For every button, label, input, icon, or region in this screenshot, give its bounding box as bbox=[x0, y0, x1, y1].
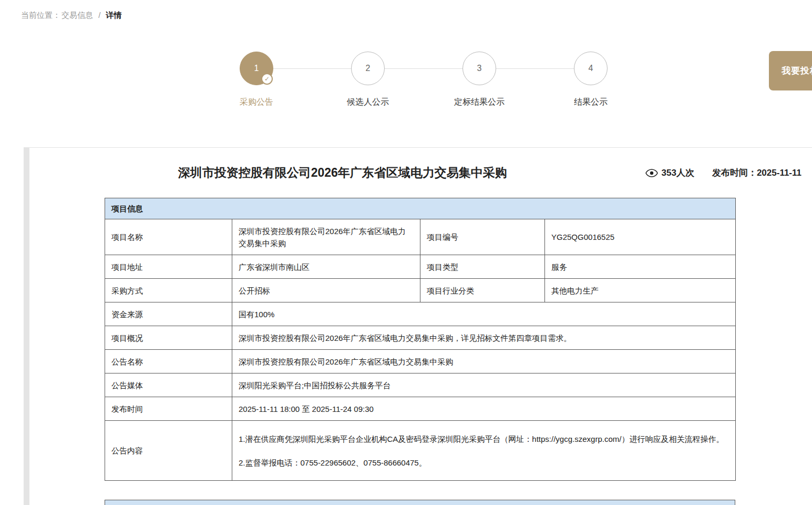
announcement-content-paragraph-1: 1.潜在供应商凭深圳阳光采购平台企业机构CA及密码登录深圳阳光采购平台（网址：h… bbox=[239, 433, 729, 445]
step-2-circle: 2 bbox=[351, 52, 385, 85]
cell-value-project-name: 深圳市投资控股有限公司2026年广东省区域电力交易集中采购 bbox=[232, 219, 420, 255]
cell-label-project-overview: 项目概况 bbox=[105, 326, 232, 350]
cell-label-funding-source: 资金来源 bbox=[105, 302, 232, 326]
step-1-circle: 1 ✓ bbox=[240, 52, 273, 85]
breadcrumb-item-detail: 详情 bbox=[106, 11, 122, 19]
cell-label-project-type: 项目类型 bbox=[420, 255, 545, 279]
cell-value-procurement-method: 公开招标 bbox=[232, 279, 420, 302]
eye-icon bbox=[645, 169, 658, 177]
step-4-number: 4 bbox=[589, 64, 593, 73]
announcement-card: 深圳市投资控股有限公司2026年广东省区域电力交易集中采购 353人次 发布时间… bbox=[24, 147, 812, 505]
step-candidate-publicity: 2 候选人公示 bbox=[312, 52, 424, 108]
cell-value-project-overview: 深圳市投资控股有限公司2026年广东省区域电力交易集中采购，详见招标文件第四章项… bbox=[232, 326, 736, 350]
cell-value-industry-category: 其他电力生产 bbox=[545, 279, 736, 302]
publish-time-date: 2025-11-11 bbox=[757, 168, 801, 178]
announcement-header: 深圳市投资控股有限公司2026年广东省区域电力交易集中采购 353人次 发布时间… bbox=[24, 148, 812, 198]
breadcrumb: 当前位置：交易信息 / 详情 bbox=[21, 11, 122, 21]
step-1-check-icon: ✓ bbox=[261, 73, 273, 85]
step-2-number: 2 bbox=[366, 64, 371, 73]
table-row: 公告媒体 深圳阳光采购平台;中国招投标公共服务平台 bbox=[105, 373, 736, 397]
step-4-label: 结果公示 bbox=[574, 97, 608, 108]
cell-value-announcement-content: 1.潜在供应商凭深圳阳光采购平台企业机构CA及密码登录深圳阳光采购平台（网址：h… bbox=[232, 421, 736, 481]
table-section-title: 项目信息 bbox=[105, 198, 736, 219]
announcement-title: 深圳市投资控股有限公司2026年广东省区域电力交易集中采购 bbox=[40, 165, 645, 181]
step-3-circle: 3 bbox=[462, 52, 496, 85]
step-procurement-announcement: 1 ✓ 采购公告 bbox=[201, 52, 312, 108]
table-row: 采购方式 公开招标 项目行业分类 其他电力生产 bbox=[105, 279, 736, 302]
table-row: 项目地址 广东省深圳市南山区 项目类型 服务 bbox=[105, 255, 736, 279]
cell-value-publish-period: 2025-11-11 18:00 至 2025-11-24 09:30 bbox=[232, 397, 736, 421]
project-info-table: 项目信息 项目名称 深圳市投资控股有限公司2026年广东省区域电力交易集中采购 … bbox=[105, 198, 736, 481]
next-section-header-partial bbox=[105, 500, 735, 505]
cell-value-project-number: YG25QG0016525 bbox=[545, 219, 736, 255]
step-1-number: 1 bbox=[254, 64, 259, 73]
announcement-content-paragraph-2: 2.监督举报电话：0755-22965602、0755-86660475。 bbox=[239, 457, 729, 469]
step-4-circle: 4 bbox=[574, 52, 608, 85]
step-award-result-publicity: 3 定标结果公示 bbox=[424, 52, 535, 108]
table-row: 公告名称 深圳市投资控股有限公司2026年广东省区域电力交易集中采购 bbox=[105, 350, 736, 373]
breadcrumb-separator: / bbox=[98, 11, 100, 19]
view-count: 353人次 bbox=[645, 167, 694, 179]
table-row: 发布时间 2025-11-11 18:00 至 2025-11-24 09:30 bbox=[105, 397, 736, 421]
step-1-label: 采购公告 bbox=[240, 97, 273, 108]
table-row: 项目名称 深圳市投资控股有限公司2026年广东省区域电力交易集中采购 项目编号 … bbox=[105, 219, 736, 255]
cell-label-project-name: 项目名称 bbox=[105, 219, 232, 255]
table-section-header: 项目信息 bbox=[105, 198, 736, 219]
cell-label-announcement-media: 公告媒体 bbox=[105, 373, 232, 397]
step-2-label: 候选人公示 bbox=[347, 97, 389, 108]
cell-value-project-address: 广东省深圳市南山区 bbox=[232, 255, 420, 279]
breadcrumb-prefix: 当前位置： bbox=[21, 11, 60, 19]
cell-label-publish-period: 发布时间 bbox=[105, 397, 232, 421]
table-row: 资金来源 国有100% bbox=[105, 302, 736, 326]
process-stepper: 1 ✓ 采购公告 2 候选人公示 3 定标结果公示 4 结果公示 bbox=[201, 52, 646, 108]
publish-time-label: 发布时间： bbox=[712, 168, 757, 178]
cell-value-project-type: 服务 bbox=[545, 255, 736, 279]
bid-button[interactable]: 我要投标 bbox=[769, 51, 812, 90]
cell-label-project-address: 项目地址 bbox=[105, 255, 232, 279]
table-row: 项目概况 深圳市投资控股有限公司2026年广东省区域电力交易集中采购，详见招标文… bbox=[105, 326, 736, 350]
cell-label-announcement-content: 公告内容 bbox=[105, 421, 232, 481]
step-3-label: 定标结果公示 bbox=[454, 97, 505, 108]
step-3-number: 3 bbox=[477, 64, 482, 73]
cell-value-announcement-media: 深圳阳光采购平台;中国招投标公共服务平台 bbox=[232, 373, 736, 397]
cell-value-funding-source: 国有100% bbox=[232, 302, 736, 326]
card-left-strip bbox=[24, 148, 29, 505]
publish-time: 发布时间：2025-11-11 bbox=[712, 167, 801, 179]
table-row: 公告内容 1.潜在供应商凭深圳阳光采购平台企业机构CA及密码登录深圳阳光采购平台… bbox=[105, 421, 736, 481]
cell-label-announcement-name: 公告名称 bbox=[105, 350, 232, 373]
view-count-text: 353人次 bbox=[662, 167, 694, 179]
cell-value-announcement-name: 深圳市投资控股有限公司2026年广东省区域电力交易集中采购 bbox=[232, 350, 736, 373]
cell-label-industry-category: 项目行业分类 bbox=[420, 279, 545, 302]
breadcrumb-item-trade-info[interactable]: 交易信息 bbox=[61, 11, 93, 19]
cell-label-procurement-method: 采购方式 bbox=[105, 279, 232, 302]
cell-label-project-number: 项目编号 bbox=[420, 219, 545, 255]
step-result-publicity: 4 结果公示 bbox=[535, 52, 646, 108]
